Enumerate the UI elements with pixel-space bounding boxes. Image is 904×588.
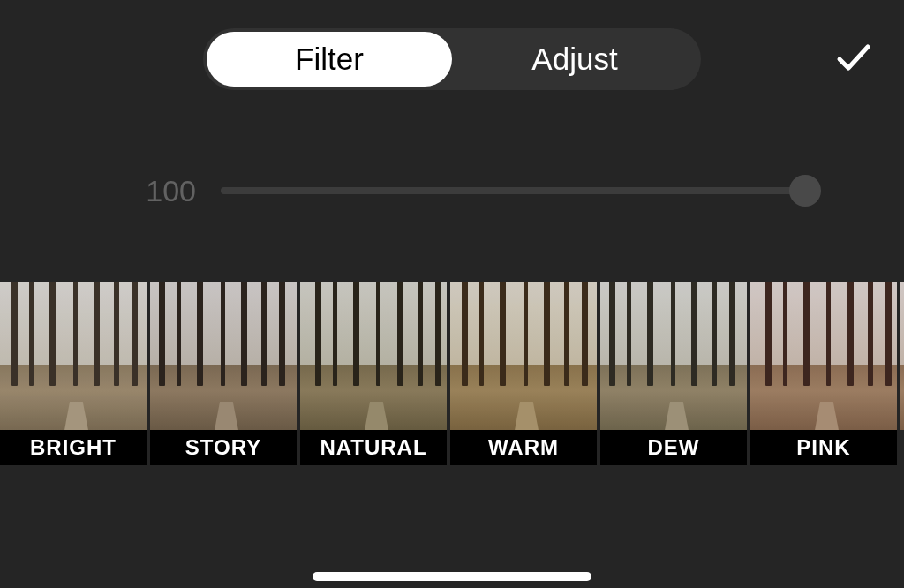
filter-thumb <box>150 282 297 430</box>
filter-thumb <box>900 282 904 430</box>
filter-thumb <box>600 282 747 430</box>
filter-item-peek[interactable] <box>900 282 904 465</box>
slider-thumb[interactable] <box>789 175 821 207</box>
filter-label: PINK <box>750 430 897 465</box>
filter-thumb <box>450 282 597 430</box>
home-indicator[interactable] <box>313 572 591 581</box>
check-icon <box>836 43 871 72</box>
filter-thumb <box>750 282 897 430</box>
tab-adjust[interactable]: Adjust <box>452 32 697 87</box>
filter-strip[interactable]: BRIGHT STORY NATURAL <box>0 282 904 465</box>
filter-thumb <box>0 282 147 430</box>
slider-value-label: 100 <box>139 174 196 208</box>
filter-item-dew[interactable]: DEW <box>600 282 747 465</box>
filter-item-bright[interactable]: BRIGHT <box>0 282 147 465</box>
tab-segmented-control: Filter Adjust <box>203 28 701 90</box>
confirm-button[interactable] <box>833 41 874 74</box>
filter-item-pink[interactable]: PINK <box>750 282 897 465</box>
intensity-slider[interactable]: 100 <box>0 173 904 208</box>
slider-track[interactable] <box>221 187 816 194</box>
filter-item-natural[interactable]: NATURAL <box>300 282 447 465</box>
filter-label: WARM <box>450 430 597 465</box>
filter-item-warm[interactable]: WARM <box>450 282 597 465</box>
filter-label: STORY <box>150 430 297 465</box>
tab-filter[interactable]: Filter <box>207 32 452 87</box>
filter-thumb <box>300 282 447 430</box>
filter-item-story[interactable]: STORY <box>150 282 297 465</box>
filter-label: DEW <box>600 430 747 465</box>
filter-label: BRIGHT <box>0 430 147 465</box>
filter-label: NATURAL <box>300 430 447 465</box>
